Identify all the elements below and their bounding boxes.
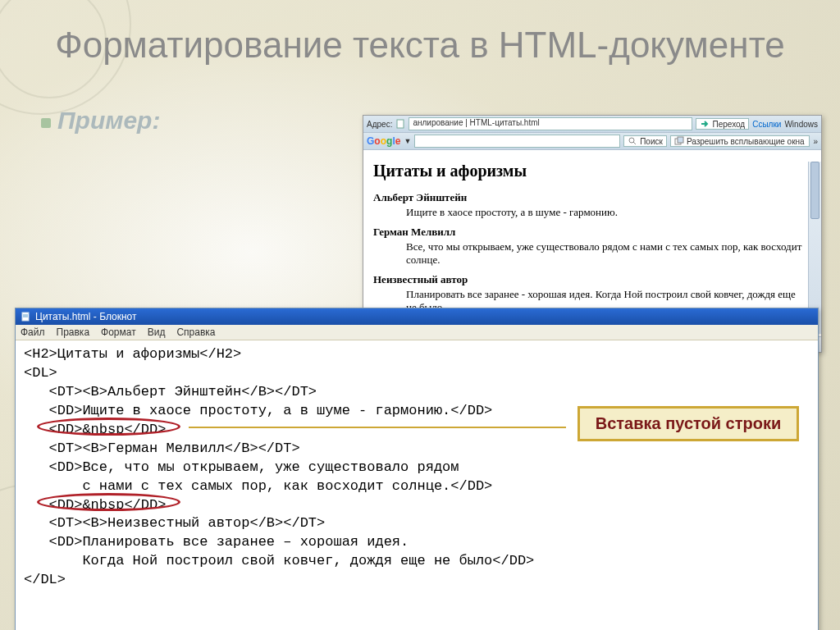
notepad-menubar: Файл Правка Формат Вид Справка bbox=[16, 325, 818, 340]
callout-text: Вставка пустой строки bbox=[596, 414, 782, 432]
code-line: <DD>Планировать все заранее – хорошая ид… bbox=[24, 533, 810, 552]
page-icon bbox=[395, 119, 405, 129]
popup-blocker-button[interactable]: Разрешить всплывающие окна bbox=[670, 135, 810, 147]
page-heading: Цитаты и афоризмы bbox=[373, 162, 803, 180]
code-line: <H2>Цитаты и афоризмы</H2> bbox=[24, 345, 810, 364]
code-line: <DT><B>Альберт Эйнштейн</B></DT> bbox=[24, 383, 810, 402]
search-button[interactable]: Поиск bbox=[623, 135, 667, 147]
search-icon bbox=[628, 136, 637, 146]
author-quote: Все, что мы открываем, уже существовало … bbox=[406, 240, 803, 267]
menu-help[interactable]: Справка bbox=[176, 326, 215, 338]
author-name: Неизвестный автор bbox=[373, 273, 803, 286]
svg-line-2 bbox=[633, 142, 636, 144]
code-line: <DD>Все, что мы открываем, уже существов… bbox=[24, 459, 810, 477]
toolbar-chevron-icon[interactable]: » bbox=[813, 137, 818, 146]
browser-address-row: Адрес: анлирование | HTML-цитаты.html Пе… bbox=[363, 116, 821, 133]
menu-edit[interactable]: Правка bbox=[57, 326, 90, 338]
windows-label[interactable]: Windows bbox=[784, 120, 818, 129]
author-name: Герман Мелвилл bbox=[373, 226, 803, 239]
author-name: Альберт Эйнштейн bbox=[373, 191, 803, 204]
popup-icon bbox=[674, 136, 684, 146]
code-line: </DL> bbox=[24, 571, 810, 590]
callout-leader-line bbox=[189, 427, 566, 428]
google-toolbar: Google ▼ Поиск Разрешить всплывающие окн… bbox=[363, 133, 821, 150]
code-line: Когда Ной построил свой ковчег, дождя ещ… bbox=[24, 552, 810, 571]
callout-box: Вставка пустой строки bbox=[578, 406, 799, 441]
slide-title: Форматирование текста в HTML-документе bbox=[49, 25, 791, 66]
menu-format[interactable]: Формат bbox=[101, 326, 136, 338]
go-arrow-icon bbox=[700, 119, 710, 129]
address-bar[interactable]: анлирование | HTML-цитаты.html bbox=[409, 117, 692, 130]
bullet-icon bbox=[41, 118, 51, 128]
notepad-code-area[interactable]: <H2>Цитаты и афоризмы</H2><DL> <DT><B>Ал… bbox=[16, 340, 818, 630]
notepad-icon bbox=[21, 312, 30, 322]
google-logo[interactable]: Google bbox=[367, 135, 400, 147]
go-button[interactable]: Переход bbox=[696, 118, 749, 130]
author-quote: Ищите в хаосе простоту, а в шуме - гармо… bbox=[406, 206, 803, 219]
svg-rect-0 bbox=[397, 120, 404, 128]
code-line: с нами с тех самых пор, как восходит сол… bbox=[24, 477, 810, 496]
google-search-input[interactable] bbox=[414, 135, 620, 148]
chevron-down-icon[interactable]: ▼ bbox=[404, 137, 411, 145]
code-line: <DT><B>Герман Мелвилл</B></DT> bbox=[24, 440, 810, 459]
code-line: <DL> bbox=[24, 364, 810, 383]
scrollbar-thumb[interactable] bbox=[810, 162, 819, 219]
menu-file[interactable]: Файл bbox=[21, 326, 45, 338]
notepad-title: Цитаты.html - Блокнот bbox=[35, 311, 136, 322]
menu-view[interactable]: Вид bbox=[148, 326, 166, 338]
svg-rect-4 bbox=[678, 137, 683, 143]
notepad-titlebar: Цитаты.html - Блокнот bbox=[16, 308, 818, 325]
notepad-window: Цитаты.html - Блокнот Файл Правка Формат… bbox=[15, 308, 819, 630]
links-label[interactable]: Ссылки bbox=[752, 120, 781, 129]
code-line: <DT><B>Неизвестный автор</B></DT> bbox=[24, 514, 810, 533]
code-line: <DD>&nbsp</DD> bbox=[24, 496, 810, 515]
example-label: Пример: bbox=[57, 107, 160, 135]
address-label: Адрес: bbox=[367, 120, 392, 129]
definition-list: Альберт Эйнштейн Ищите в хаосе простоту,… bbox=[373, 191, 803, 314]
